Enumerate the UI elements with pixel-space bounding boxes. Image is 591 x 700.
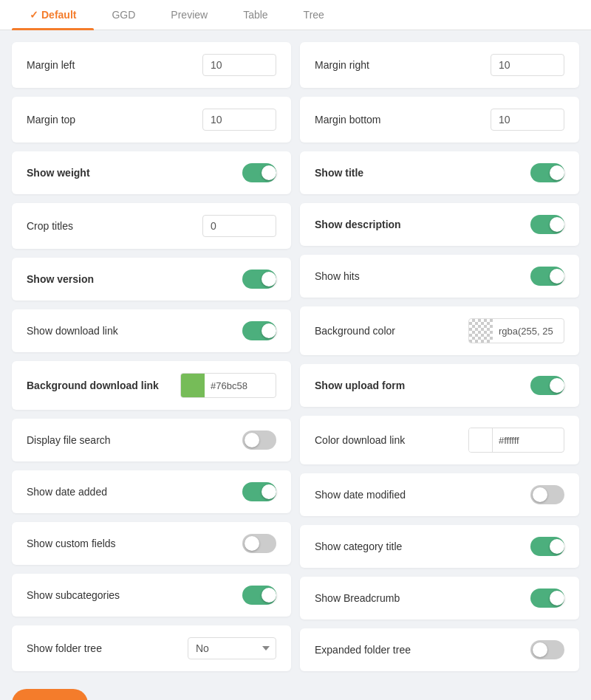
show-custom-fields-label: Show custom fields <box>27 538 116 549</box>
tab-preview[interactable]: Preview <box>153 0 225 30</box>
show-folder-tree-label: Show folder tree <box>27 642 102 654</box>
margin-bottom-input[interactable] <box>491 109 564 131</box>
show-hits-toggle[interactable] <box>530 267 564 286</box>
color-download-link-swatch <box>469 428 493 452</box>
show-weight-label: Show weight <box>27 167 90 179</box>
margin-right-label: Margin right <box>315 59 369 71</box>
show-date-modified-toggle[interactable] <box>530 485 564 504</box>
show-folder-tree-select[interactable]: No Yes <box>188 637 276 659</box>
expanded-folder-tree-toggle[interactable] <box>530 640 564 659</box>
margin-left-card: Margin left <box>12 42 291 88</box>
background-color-card: Background color rgba(255, 25 <box>300 306 579 355</box>
bg-download-link-label: Background download link <box>27 380 159 391</box>
show-description-toggle[interactable] <box>530 215 564 234</box>
show-download-link-label: Show download link <box>27 325 118 337</box>
show-custom-fields-card: Show custom fields <box>12 522 291 565</box>
margin-top-input[interactable] <box>202 109 276 131</box>
tab-tree[interactable]: Tree <box>286 0 342 30</box>
show-custom-fields-toggle[interactable] <box>242 534 276 553</box>
bg-download-link-swatch <box>181 374 205 397</box>
show-date-modified-card: Show date modified <box>300 473 579 516</box>
show-date-added-card: Show date added <box>12 470 291 513</box>
show-description-card: Show description <box>300 203 579 246</box>
background-color-field[interactable]: rgba(255, 25 <box>468 318 564 343</box>
show-weight-toggle[interactable] <box>242 163 276 182</box>
margin-left-label: Margin left <box>27 59 75 71</box>
main-content: Margin left Margin top Show weight Crop … <box>0 30 591 700</box>
margin-right-input[interactable] <box>491 54 564 76</box>
crop-titles-label: Crop titles <box>27 220 73 232</box>
show-download-link-toggle[interactable] <box>242 321 276 340</box>
show-upload-form-card: Show upload form <box>300 364 579 407</box>
right-column: Margin right Margin bottom Show title Sh… <box>300 42 579 671</box>
show-category-title-label: Show category title <box>315 541 402 552</box>
show-version-card: Show version <box>12 258 291 301</box>
show-version-label: Show version <box>27 273 94 285</box>
show-date-added-toggle[interactable] <box>242 482 276 501</box>
show-title-card: Show title <box>300 151 579 194</box>
crop-titles-input[interactable] <box>202 215 276 237</box>
background-color-value: rgba(255, 25 <box>493 326 564 337</box>
tab-default[interactable]: ✓Default <box>12 0 94 30</box>
margin-left-input[interactable] <box>202 54 276 76</box>
save-button[interactable]: SAVE <box>12 689 88 700</box>
show-download-link-card: Show download link <box>12 309 291 352</box>
expanded-folder-tree-label: Expanded folder tree <box>315 644 411 656</box>
bg-download-link-color[interactable]: #76bc58 <box>180 373 276 398</box>
show-subcategories-toggle[interactable] <box>242 586 276 605</box>
background-color-label: Background color <box>315 325 395 337</box>
show-hits-card: Show hits <box>300 255 579 298</box>
color-download-link-value: #ffffff <box>493 435 564 446</box>
show-category-title-toggle[interactable] <box>530 537 564 556</box>
color-download-link-label: Color download link <box>315 434 405 446</box>
color-download-link-field[interactable]: #ffffff <box>468 428 564 453</box>
bg-download-link-value: #76bc58 <box>205 380 276 391</box>
margin-bottom-label: Margin bottom <box>315 114 380 126</box>
show-subcategories-card: Show subcategories <box>12 574 291 617</box>
display-file-search-card: Display file search <box>12 419 291 461</box>
tabs-bar: ✓Default GGD Preview Table Tree <box>0 0 591 30</box>
background-color-swatch <box>469 319 493 343</box>
show-version-toggle[interactable] <box>242 270 276 289</box>
show-title-label: Show title <box>315 167 363 179</box>
show-hits-label: Show hits <box>315 270 360 282</box>
bg-download-link-card: Background download link #76bc58 <box>12 361 291 410</box>
save-section: SAVE <box>12 671 579 700</box>
show-date-modified-label: Show date modified <box>315 489 406 501</box>
show-breadcrumb-toggle[interactable] <box>530 589 564 608</box>
tab-table[interactable]: Table <box>225 0 285 30</box>
margin-top-label: Margin top <box>27 114 75 126</box>
show-subcategories-label: Show subcategories <box>27 589 120 601</box>
crop-titles-card: Crop titles <box>12 203 291 249</box>
tab-ggd[interactable]: GGD <box>94 0 153 30</box>
display-file-search-toggle[interactable] <box>242 430 276 450</box>
show-upload-form-label: Show upload form <box>315 380 405 391</box>
display-file-search-label: Display file search <box>27 434 111 446</box>
show-description-label: Show description <box>315 219 401 230</box>
show-folder-tree-card: Show folder tree No Yes <box>12 625 291 671</box>
show-date-added-label: Show date added <box>27 486 107 498</box>
color-download-link-card: Color download link #ffffff <box>300 416 579 464</box>
margin-right-card: Margin right <box>300 42 579 88</box>
check-icon: ✓ <box>30 9 38 21</box>
show-breadcrumb-card: Show Breadcrumb <box>300 577 579 620</box>
margin-top-card: Margin top <box>12 97 291 143</box>
left-column: Margin left Margin top Show weight Crop … <box>12 42 291 671</box>
show-title-toggle[interactable] <box>530 163 564 182</box>
expanded-folder-tree-card: Expanded folder tree <box>300 628 579 671</box>
margin-bottom-card: Margin bottom <box>300 97 579 143</box>
show-upload-form-toggle[interactable] <box>530 376 564 395</box>
show-breadcrumb-label: Show Breadcrumb <box>315 592 400 604</box>
show-weight-card: Show weight <box>12 151 291 194</box>
show-category-title-card: Show category title <box>300 525 579 568</box>
